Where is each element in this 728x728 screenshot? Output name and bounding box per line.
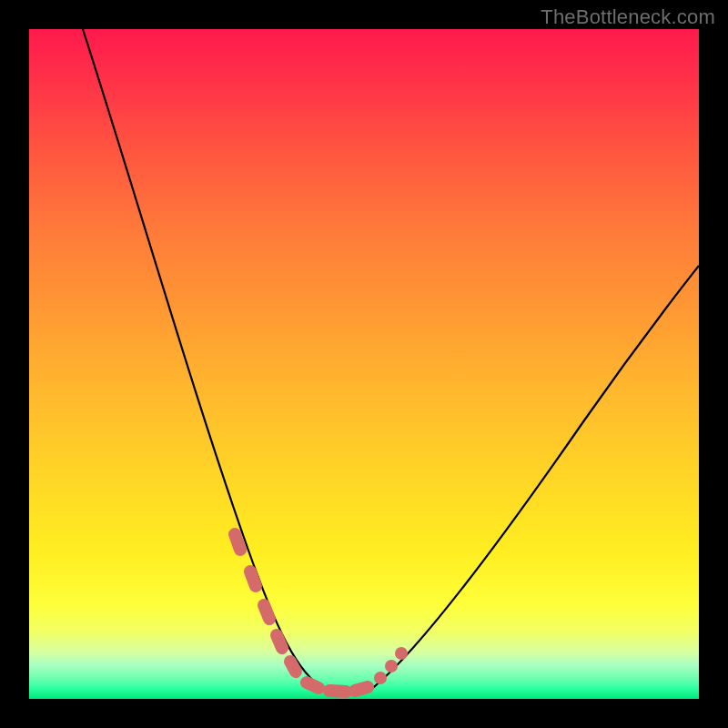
svg-line-7 (355, 687, 368, 691)
svg-point-8 (374, 672, 387, 684)
chart-svg (29, 29, 699, 699)
plot-area (29, 29, 699, 699)
bottleneck-curve (83, 29, 699, 694)
svg-line-3 (277, 635, 282, 648)
svg-line-4 (290, 662, 296, 672)
svg-line-0 (235, 534, 240, 550)
svg-point-9 (385, 660, 398, 672)
svg-line-6 (329, 691, 346, 692)
highlight-markers (235, 534, 408, 692)
svg-line-1 (250, 571, 256, 586)
svg-line-2 (264, 605, 269, 619)
svg-line-5 (307, 682, 318, 688)
watermark-text: TheBottleneck.com (541, 5, 715, 29)
chart-frame: TheBottleneck.com (0, 0, 728, 728)
svg-point-10 (395, 647, 408, 660)
